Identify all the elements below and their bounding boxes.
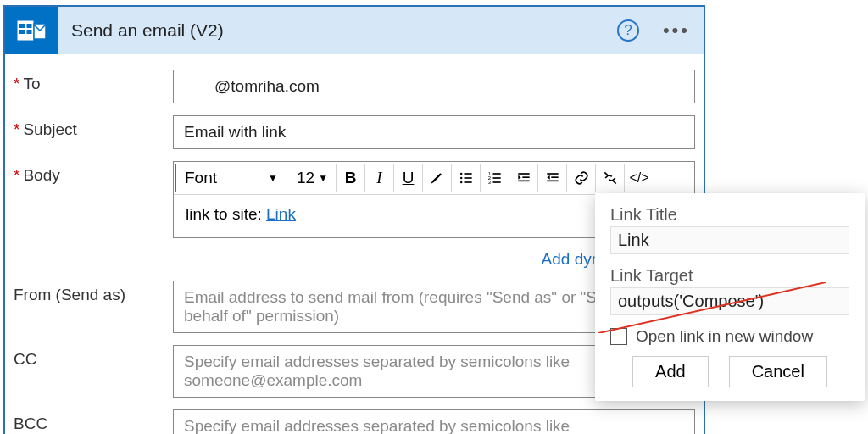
link-popup: Link Title Link Link Target outputs('Com… <box>595 193 865 401</box>
cc-label: CC <box>14 345 173 369</box>
svg-rect-3 <box>27 24 32 28</box>
svg-rect-17 <box>492 177 500 179</box>
font-select[interactable]: Font▼ <box>175 164 287 192</box>
svg-rect-20 <box>518 173 529 175</box>
open-new-window-checkbox[interactable] <box>610 328 627 345</box>
font-select-label: Font <box>185 169 217 187</box>
body-text: link to site: <box>186 205 266 223</box>
svg-rect-11 <box>464 177 471 179</box>
svg-rect-5 <box>27 30 32 34</box>
svg-rect-25 <box>551 176 558 178</box>
svg-marker-26 <box>547 175 549 180</box>
outdent-button[interactable] <box>509 164 538 192</box>
card-header: Send an email (V2) ? ••• <box>5 7 704 54</box>
svg-marker-22 <box>518 175 520 180</box>
cancel-button[interactable]: Cancel <box>729 356 827 387</box>
font-size-select[interactable]: 12▼ <box>289 164 337 192</box>
svg-text:3: 3 <box>487 180 490 185</box>
editor-toolbar: Font▼ 12▼ B I U 123 <box>174 162 694 195</box>
subject-input[interactable]: Email with link <box>173 115 695 149</box>
unlink-button[interactable] <box>596 164 625 192</box>
link-target-label: Link Target <box>610 266 849 286</box>
svg-line-29 <box>613 181 615 183</box>
code-view-button[interactable]: </> <box>625 164 654 192</box>
more-menu-icon[interactable]: ••• <box>663 19 690 42</box>
add-dynamic-content-link[interactable]: Add dynamic content <box>14 250 692 269</box>
add-button[interactable]: Add <box>632 356 709 387</box>
from-label: From (Send as) <box>14 281 173 304</box>
svg-point-10 <box>459 177 462 180</box>
svg-rect-23 <box>518 181 529 182</box>
link-target-input[interactable]: outputs('Compose') <box>610 287 849 315</box>
link-title-label: Link Title <box>610 205 849 225</box>
svg-rect-2 <box>19 24 25 28</box>
svg-point-12 <box>459 181 462 184</box>
svg-point-8 <box>459 173 462 175</box>
svg-line-28 <box>604 172 607 175</box>
underline-button[interactable]: U <box>394 164 423 192</box>
bcc-label: BCC <box>14 409 173 433</box>
body-label: Body <box>14 161 173 185</box>
svg-rect-13 <box>464 181 471 183</box>
bullet-list-button[interactable] <box>452 164 481 192</box>
open-new-window-label: Open link in new window <box>636 327 813 346</box>
font-size-value: 12 <box>297 169 314 187</box>
outlook-icon <box>5 7 58 54</box>
svg-rect-4 <box>19 30 25 34</box>
subject-label: Subject <box>14 115 173 139</box>
svg-rect-19 <box>492 181 500 183</box>
bcc-input[interactable]: Specify email addresses separated by sem… <box>173 409 695 434</box>
svg-rect-21 <box>522 176 529 178</box>
help-icon[interactable]: ? <box>617 19 639 42</box>
body-link[interactable]: Link <box>266 205 296 223</box>
link-button[interactable] <box>567 164 596 192</box>
to-label: To <box>14 70 173 93</box>
highlight-button[interactable] <box>423 164 452 192</box>
svg-rect-9 <box>464 173 471 175</box>
italic-button[interactable]: I <box>365 164 394 192</box>
svg-rect-15 <box>492 173 500 175</box>
bold-button[interactable]: B <box>337 164 365 192</box>
numbered-list-button[interactable]: 123 <box>481 164 509 192</box>
link-title-input[interactable]: Link <box>610 226 849 254</box>
svg-rect-27 <box>547 181 558 182</box>
svg-rect-24 <box>547 173 558 175</box>
card-title: Send an email (V2) <box>71 20 617 41</box>
indent-button[interactable] <box>538 164 567 192</box>
to-input[interactable]: @tomriha.com <box>173 70 695 103</box>
